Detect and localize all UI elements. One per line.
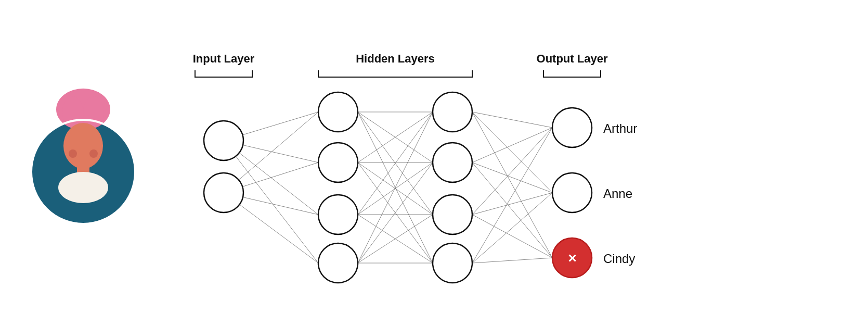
hidden1-neuron-3	[318, 195, 358, 234]
hidden1-neuron-1	[318, 92, 358, 132]
conn-h2-2-o1	[472, 128, 552, 162]
conn-h2-1-o2	[472, 112, 552, 193]
conn-h2-3-o1	[472, 128, 552, 215]
input-neuron-2	[204, 173, 243, 213]
conn-h2-4-o2	[472, 193, 552, 263]
input-neuron-1	[204, 121, 243, 160]
conn-h2-2-o2	[472, 162, 552, 193]
avatar-cheek-right	[89, 149, 98, 158]
x-mark-icon: ✕	[567, 252, 577, 265]
input-layer-label: Input Layer	[193, 52, 255, 65]
output-neuron-2	[552, 173, 592, 213]
hidden2-neuron-3	[433, 195, 472, 234]
hidden1-neuron-2	[318, 143, 358, 182]
hidden-layers-bracket	[318, 70, 472, 77]
hidden2-neuron-2	[433, 143, 472, 182]
output-label-anne: Anne	[603, 186, 632, 201]
output-neuron-1	[552, 108, 592, 147]
output-label-cindy: Cindy	[603, 252, 635, 266]
input-layer-bracket	[195, 70, 252, 77]
output-label-arthur: Arthur	[603, 121, 637, 135]
avatar-cheek-left	[69, 149, 77, 158]
conn-h2-4-o3	[472, 258, 552, 263]
output-layer-bracket	[543, 70, 601, 77]
avatar-shirt	[58, 172, 108, 203]
output-layer-label: Output Layer	[537, 52, 608, 65]
hidden1-neuron-4	[318, 243, 358, 283]
hidden2-neuron-1	[433, 92, 472, 132]
conn-h2-2-o3	[472, 162, 552, 258]
hidden2-neuron-4	[433, 243, 472, 283]
conn-h2-3-o2	[472, 193, 552, 215]
network-diagram: ✕ Arthur Anne Cindy Input Layer Hidden L…	[0, 0, 868, 325]
hidden-layers-label: Hidden Layers	[356, 52, 435, 65]
main-container: ✕ Arthur Anne Cindy Input Layer Hidden L…	[0, 0, 868, 325]
avatar-face	[63, 123, 103, 169]
conn-h2-4-o1	[472, 128, 552, 263]
conn-h2-1-o1	[472, 112, 552, 128]
